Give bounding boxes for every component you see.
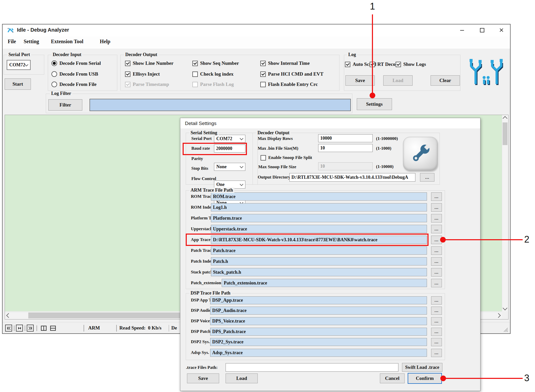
annotation-line-2 <box>444 239 523 240</box>
annotations: 1 2 3 <box>0 0 535 392</box>
screenshot-root: Idle - Debug Analyzer File Setting Exten… <box>0 0 535 392</box>
annotation-label-1: 1 <box>370 1 375 12</box>
annotation-dot-1 <box>370 93 375 98</box>
annotation-line-3 <box>445 378 523 379</box>
annotation-label-2: 2 <box>524 234 529 245</box>
annotation-line-1 <box>372 14 373 95</box>
annotation-label-3: 3 <box>524 373 529 384</box>
